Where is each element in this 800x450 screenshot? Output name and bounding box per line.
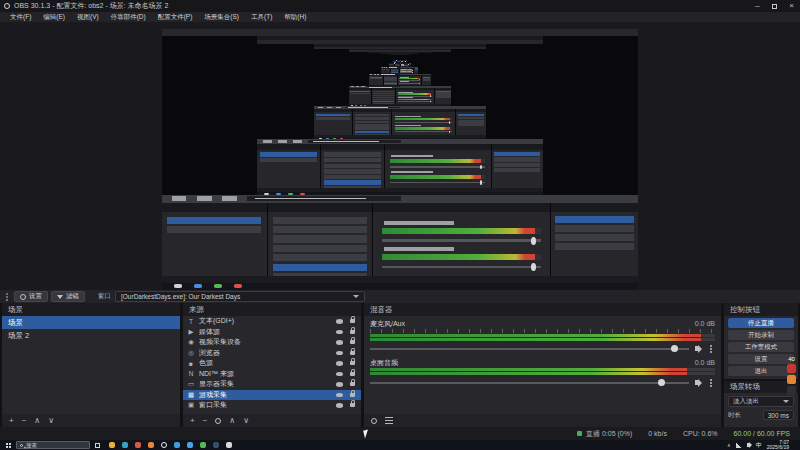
level-meter-fill — [370, 368, 687, 371]
menu-item-2[interactable]: 视图(V) — [71, 13, 105, 22]
taskbar-app-chrome[interactable] — [135, 442, 141, 448]
taskbar-app-steam[interactable] — [213, 442, 219, 448]
source-item[interactable]: ▶媒体源 — [183, 327, 361, 338]
menu-item-5[interactable]: 场景集合(S) — [198, 13, 245, 22]
scene-item[interactable]: 场景 2 — [2, 329, 180, 342]
add-icon[interactable]: + — [9, 414, 14, 427]
volume-slider[interactable] — [370, 382, 689, 384]
taskbar-app-file-explorer[interactable] — [109, 442, 115, 448]
visibility-eye-icon[interactable] — [336, 393, 343, 398]
add-icon[interactable]: + — [190, 414, 195, 427]
lock-icon[interactable] — [350, 319, 355, 323]
up-icon[interactable]: ∧ — [229, 414, 235, 427]
gear-icon[interactable] — [215, 418, 221, 424]
visibility-eye-icon[interactable] — [336, 382, 343, 387]
scene-item[interactable]: 场景 — [2, 316, 180, 329]
volume-slider-knob[interactable] — [671, 345, 678, 352]
menu-item-0[interactable]: 文件(F) — [4, 13, 37, 22]
overlay-gray-icon[interactable] — [787, 386, 796, 395]
channel-menu-icon[interactable] — [710, 382, 712, 384]
clock-date: 2025/6/19 — [767, 445, 789, 450]
visibility-eye-icon[interactable] — [336, 319, 343, 324]
source-item[interactable]: ■色源 — [183, 358, 361, 369]
taskbar-app-wechat[interactable] — [200, 442, 206, 448]
menu-item-6[interactable]: 工具(T) — [245, 13, 278, 22]
visibility-eye-icon[interactable] — [336, 403, 343, 408]
source-item[interactable]: ▦游戏采集 — [183, 390, 361, 401]
volume-slider-knob[interactable] — [658, 379, 665, 386]
menu-item-7[interactable]: 帮助(H) — [278, 13, 312, 22]
source-item[interactable]: ◉视频采集设备 — [183, 337, 361, 348]
menu-item-3[interactable]: 停靠部件(D) — [105, 13, 152, 22]
source-properties-button[interactable]: 设置 — [14, 291, 48, 302]
volume-slider[interactable] — [370, 348, 689, 350]
speaker-icon[interactable] — [695, 346, 698, 351]
lock-icon[interactable] — [350, 403, 355, 407]
stop-stream-button[interactable]: 停止直播 — [728, 318, 794, 328]
drag-handle-icon[interactable] — [6, 296, 8, 298]
source-filters-button[interactable]: 滤镜 — [51, 291, 85, 302]
window-select-label: 窗口 — [98, 292, 111, 301]
channel-menu-icon[interactable] — [710, 348, 712, 350]
down-icon[interactable]: ∨ — [243, 414, 249, 427]
source-item[interactable]: ▭显示器采集 — [183, 379, 361, 390]
volume-icon[interactable] — [747, 443, 749, 447]
gear-icon[interactable] — [371, 418, 377, 424]
source-item[interactable]: NNDI™ 来源 — [183, 369, 361, 380]
lock-icon[interactable] — [350, 330, 355, 334]
taskbar-app-obs[interactable] — [161, 442, 167, 448]
remove-icon[interactable]: − — [203, 414, 208, 427]
taskbar-app-notepad[interactable] — [226, 442, 232, 448]
overlay-orange-icon[interactable] — [787, 375, 796, 384]
source-item[interactable]: T文本(GDI+) — [183, 316, 361, 327]
capture-m-col — [321, 144, 384, 188]
start-record-button[interactable]: 开始录制 — [728, 330, 794, 340]
minimize-button[interactable]: – — [749, 0, 766, 12]
ime-indicator[interactable]: 中 — [756, 441, 762, 450]
visibility-eye-icon[interactable] — [336, 340, 343, 345]
tray-expand-icon[interactable]: ∧ — [727, 442, 731, 448]
taskbar-app-edge[interactable] — [122, 442, 128, 448]
maximize-button[interactable] — [766, 0, 783, 12]
speaker-icon[interactable] — [695, 380, 698, 385]
visibility-eye-icon[interactable] — [336, 351, 343, 356]
sliders-icon[interactable] — [385, 417, 393, 424]
lock-icon[interactable] — [350, 372, 355, 376]
visibility-eye-icon[interactable] — [336, 330, 343, 335]
down-icon[interactable]: ∨ — [48, 414, 54, 427]
menu-item-4[interactable]: 配置文件(P) — [152, 13, 199, 22]
taskbar-app-qq[interactable] — [187, 442, 193, 448]
start-button[interactable] — [0, 440, 16, 450]
menu-item-1[interactable]: 编辑(E) — [37, 13, 71, 22]
lock-icon[interactable] — [350, 340, 355, 344]
source-item[interactable]: ▣窗口采集 — [183, 400, 361, 411]
source-type-icon: ▦ — [187, 391, 195, 399]
source-item[interactable]: ◎浏览器 — [183, 348, 361, 359]
studio-mode-button[interactable]: 工作室模式 — [728, 342, 794, 352]
transition-duration-value[interactable]: 300 ms — [763, 410, 794, 420]
preview-canvas[interactable] — [162, 22, 638, 290]
source-type-icon: ▣ — [187, 401, 195, 409]
taskbar-clock[interactable]: 7:07 2025/6/19 — [767, 440, 789, 450]
visibility-eye-icon[interactable] — [336, 372, 343, 377]
capture-part — [172, 196, 187, 201]
remove-icon[interactable]: − — [22, 414, 27, 427]
taskbar-app-vscode[interactable] — [174, 442, 180, 448]
taskbar-app-firefox[interactable] — [148, 442, 154, 448]
lock-icon[interactable] — [350, 393, 355, 397]
lock-icon[interactable] — [350, 361, 355, 365]
source-type-icon: ◎ — [187, 349, 195, 357]
task-view-button[interactable] — [95, 443, 100, 448]
up-icon[interactable]: ∧ — [34, 414, 40, 427]
lock-icon[interactable] — [350, 351, 355, 355]
recursive-capture-level — [393, 55, 406, 62]
transition-select[interactable]: 淡入淡出 — [728, 396, 794, 407]
network-icon[interactable] — [736, 443, 742, 448]
lock-icon[interactable] — [350, 382, 355, 386]
window-select[interactable]: [OurDarkestDays.exe]: Our Darkest Days — [115, 291, 365, 302]
close-button[interactable]: × — [783, 0, 800, 12]
taskbar-search[interactable]: 搜索 — [16, 441, 90, 449]
capture-mlbl — [391, 155, 484, 157]
overlay-red-icon[interactable] — [787, 364, 796, 373]
visibility-eye-icon[interactable] — [336, 361, 343, 366]
